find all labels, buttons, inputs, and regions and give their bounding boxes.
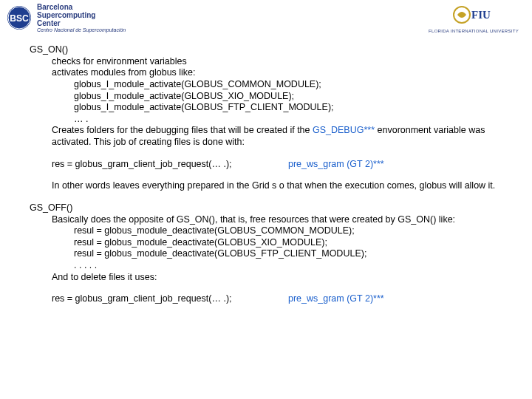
- gs-off-res-row: res = globus_gram_client_job_request(… .…: [52, 293, 502, 305]
- gs-off-d3: resul = globus_module_deactivate(GLOBUS_…: [74, 248, 502, 260]
- gs-on-pre: pre_ws_gram (GT 2)***: [288, 159, 384, 171]
- gs-on-res: res = globus_gram_client_job_request(… .…: [52, 159, 288, 171]
- fiu-logo: FIU FLORIDA INTERNATIONAL UNIVERSITY: [429, 4, 519, 34]
- gs-off-l1: Basically does the opposite of GS_ON(), …: [52, 214, 502, 226]
- gs-on-check: checks for environment variables: [52, 56, 502, 68]
- bsc-logo: BSC Barcelona Supercomputing Center Cent…: [6, 3, 126, 33]
- gs-on-activates: activates modules from globus like:: [52, 67, 502, 79]
- gs-on-title: GS_ON(): [30, 44, 502, 56]
- gs-on-act2: globus_I_module_activate(GLOBUS_XIO_MODU…: [74, 91, 502, 103]
- header: BSC Barcelona Supercomputing Center Cent…: [0, 0, 532, 37]
- gs-on-p2: In other words leaves everything prepare…: [52, 180, 502, 192]
- gs-on-act4: … .: [74, 114, 502, 126]
- gs-debug-label: GS_DEBUG***: [313, 125, 375, 135]
- gs-off-d1: resul = globus_module_deactivate(GLOBUS_…: [74, 225, 502, 237]
- gs-off-d2: resul = globus_module_deactivate(GLOBUS_…: [74, 237, 502, 249]
- bsc-line1: Barcelona: [37, 3, 126, 11]
- gs-on-p1a: Creates folders for the debugging files …: [52, 125, 313, 135]
- bsc-line3: Center: [37, 19, 126, 27]
- bsc-line2: Supercomputing: [37, 11, 126, 19]
- svg-text:BSC: BSC: [10, 13, 29, 24]
- svg-text:FIU: FIU: [471, 9, 491, 21]
- gs-off-title: GS_OFF(): [30, 202, 502, 214]
- gs-on-act1: globus_I_module_activate(GLOBUS_COMMON_M…: [74, 79, 502, 91]
- bsc-logo-text: Barcelona Supercomputing Center Centro N…: [37, 3, 126, 33]
- fiu-sub: FLORIDA INTERNATIONAL UNIVERSITY: [429, 29, 519, 35]
- fiu-icon: FIU: [453, 4, 494, 25]
- gs-off-d4: . . . . .: [74, 260, 502, 272]
- slide-body: GS_ON() checks for environment variables…: [30, 44, 502, 305]
- gs-on-res-row: res = globus_gram_client_job_request(… .…: [52, 159, 502, 171]
- gs-on-debug-para: Creates folders for the debugging files …: [52, 125, 502, 148]
- gs-off-l2: And to delete files it uses:: [52, 272, 502, 284]
- bsc-icon: BSC: [6, 4, 33, 31]
- gs-off-pre: pre_ws_gram (GT 2)***: [288, 293, 384, 305]
- gs-off-res: res = globus_gram_client_job_request(… .…: [52, 293, 288, 305]
- gs-on-act3: globus_I_module_activate(GLOBUS_FTP_CLIE…: [74, 102, 502, 114]
- bsc-sub: Centro Nacional de Supercomputación: [37, 27, 126, 33]
